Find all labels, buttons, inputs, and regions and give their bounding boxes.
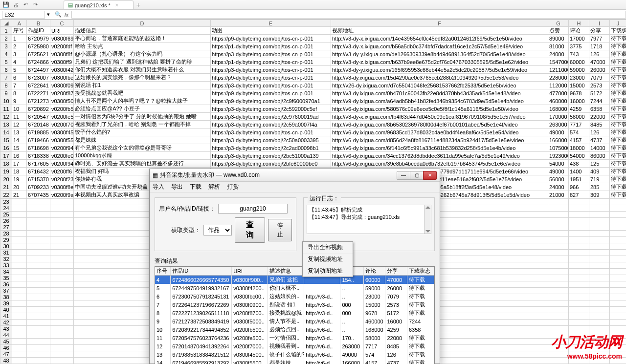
cell[interactable]	[548, 281, 569, 288]
cell[interactable]: 1211000	[548, 66, 569, 74]
cell[interactable]	[610, 224, 626, 231]
cell[interactable]	[548, 231, 569, 237]
cell[interactable]: 4737	[589, 136, 610, 144]
cell[interactable]: 170000	[548, 113, 569, 121]
col-header[interactable]: A	[12, 20, 27, 27]
result-header[interactable]: 分享	[385, 267, 407, 276]
cell[interactable]	[548, 212, 569, 218]
cell[interactable]	[569, 205, 589, 212]
result-row[interactable]: 76722641237196672269v0300f0900..别说话 扣1ht…	[155, 300, 434, 309]
cell[interactable]: 26000	[589, 66, 610, 74]
result-cell[interactable]: 8	[155, 309, 171, 317]
cell[interactable]: 56000	[548, 175, 569, 183]
maximize-button[interactable]: ▢	[410, 171, 424, 180]
cell[interactable]	[27, 345, 50, 351]
cell[interactable]	[589, 205, 610, 212]
cell[interactable]	[12, 288, 27, 294]
formula-input[interactable]	[71, 11, 626, 19]
cell[interactable]: 6724497	[27, 66, 50, 74]
cell[interactable]: https://p3-dy.byteimg.com/obj/2bc51000a1…	[211, 152, 331, 160]
col-header[interactable]: H	[569, 20, 589, 27]
cell[interactable]	[569, 212, 589, 218]
cell[interactable]	[12, 269, 27, 275]
cell[interactable]: 6720979	[27, 35, 50, 43]
cell[interactable]: 6716432	[27, 168, 50, 175]
cell[interactable]	[12, 243, 27, 250]
cell[interactable]: 15000	[569, 82, 589, 89]
cell[interactable]: https://p3-dy.byteimg.com/obj/2c2ad00098…	[211, 144, 331, 152]
result-row[interactable]: 126720148704941392264v0200f7000..视频我看到..…	[155, 342, 434, 350]
row-header[interactable]: 39	[0, 300, 12, 307]
cell[interactable]: 460000	[548, 97, 569, 105]
cell[interactable]: 一对情侣因为5块2分手了 分的时候他抽的鞭炮 她嘴	[74, 113, 211, 121]
cell[interactable]: http://v3-dy-x.ixigua.com/14e439654cf0c4…	[331, 35, 548, 43]
cell[interactable]: 饺子什么馅的?	[74, 128, 211, 136]
row-header[interactable]: 9	[0, 89, 12, 97]
cell[interactable]	[569, 313, 589, 320]
cell[interactable]: 待下载	[610, 97, 626, 105]
result-cell[interactable]: 26000	[385, 284, 407, 292]
row-header[interactable]: 43	[0, 326, 12, 332]
result-cell[interactable]: 待下载	[407, 300, 434, 309]
result-cell[interactable]: 6724497504919932167	[171, 284, 232, 292]
cell[interactable]: 4157	[569, 136, 589, 144]
result-cell[interactable]: http://v3-d..	[304, 292, 340, 300]
cell[interactable]: 12	[12, 121, 27, 128]
result-cell[interactable]: 7717	[364, 342, 385, 350]
result-cell[interactable]: 10	[155, 325, 171, 334]
cell[interactable]	[589, 320, 610, 326]
cell[interactable]: v0300f42	[50, 66, 74, 74]
cell[interactable]	[610, 320, 626, 326]
row-header[interactable]: 46	[0, 345, 12, 351]
result-cell[interactable]: 6722271239026511118	[171, 309, 232, 317]
result-cell[interactable]: 49000	[340, 350, 364, 359]
cell[interactable]	[12, 281, 27, 288]
cell[interactable]: 1718	[589, 43, 610, 50]
cell[interactable]	[27, 224, 50, 231]
row-header[interactable]: 36	[0, 281, 12, 288]
cell[interactable]	[50, 199, 74, 205]
cell[interactable]: 哈哈 主动点	[74, 43, 211, 50]
header-cell[interactable]: 下载状态	[610, 27, 626, 35]
type-select[interactable]: 作品	[203, 225, 232, 236]
cell[interactable]: 827	[569, 191, 589, 199]
result-cell[interactable]: 7079	[385, 292, 407, 300]
cell[interactable]	[569, 262, 589, 269]
result-cell[interactable]: 574	[364, 350, 385, 359]
cell[interactable]: https://p3-dy.byteimg.com/obj/2c97600019…	[211, 113, 331, 121]
minimize-button[interactable]: —	[397, 171, 410, 180]
cell[interactable]	[548, 262, 569, 269]
header-cell[interactable]: 描述信息	[74, 27, 211, 35]
cell[interactable]	[12, 294, 27, 300]
cell[interactable]	[27, 332, 50, 339]
menu-item[interactable]: 打赏	[227, 183, 239, 191]
cell[interactable]	[610, 205, 626, 212]
row-header[interactable]: 12	[0, 113, 12, 121]
result-cell[interactable]: http://v6-d..	[304, 342, 340, 350]
cell[interactable]: 309	[589, 191, 610, 199]
cell[interactable]: https://p3-dy.byteimg.com/obj/tos-cn-p-0…	[211, 50, 331, 58]
cell[interactable]: 14	[12, 136, 27, 144]
cell[interactable]	[589, 250, 610, 256]
cell[interactable]: 待下载	[610, 160, 626, 168]
cell[interactable]: 兄弟们 这把我们输了 遇到这种姑娘 要拼了命的珍	[74, 58, 211, 66]
row-header[interactable]: 48	[0, 358, 12, 364]
cell[interactable]: 10000bkqq求粽	[74, 152, 211, 160]
cell[interactable]: 14000	[589, 144, 610, 152]
cell[interactable]	[548, 288, 569, 294]
row-header[interactable]: 13	[0, 121, 12, 128]
result-cell[interactable]: 15000	[364, 300, 385, 309]
cell[interactable]	[50, 256, 74, 262]
cell[interactable]: 6717605	[27, 160, 50, 168]
cell[interactable]	[27, 212, 50, 218]
cell[interactable]: 待下载	[610, 66, 626, 74]
cell[interactable]	[12, 205, 27, 212]
cell[interactable]: 86000	[589, 152, 610, 160]
cell[interactable]: http://v3-dy.ixigua.com/0b4701c90043fb22…	[331, 89, 548, 97]
cell[interactable]	[12, 224, 27, 231]
dialog-titlebar[interactable]: ▦ 抖音采集/批量去水印 — www.xd0.com — ▢ ✕	[150, 169, 440, 182]
cell[interactable]	[548, 269, 569, 275]
cell[interactable]	[589, 231, 610, 237]
cell[interactable]: 285	[589, 183, 610, 191]
header-cell[interactable]: 序号	[12, 27, 27, 35]
